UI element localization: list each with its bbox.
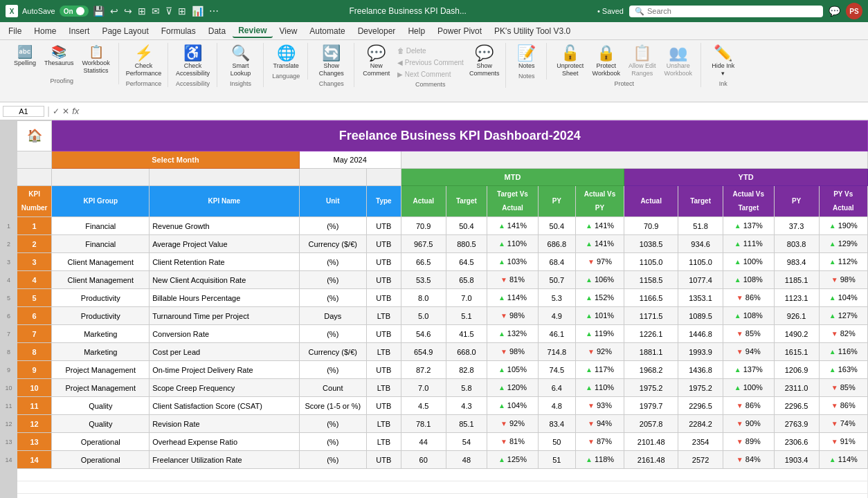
notes-button[interactable]: 📝 Notes: [513, 43, 541, 71]
col-ytd-actual: Actual: [624, 186, 678, 217]
current-month-cell[interactable]: May 2024: [299, 151, 401, 169]
chat-icon[interactable]: 💬: [829, 6, 840, 17]
mtd-py-8: 714.8: [538, 343, 575, 361]
ytd-avt-5: 86%: [723, 289, 775, 307]
spreadsheet-area: 🏠 Freelance Business KPI Dashboard-2024 …: [0, 120, 868, 498]
ytd-target-5: 1353.1: [678, 289, 723, 307]
search-box[interactable]: 🔍: [629, 6, 823, 17]
row-header-sm: [1, 151, 17, 169]
table-icon[interactable]: ⊞: [138, 6, 146, 17]
ytd-target-7: 1446.8: [678, 325, 723, 343]
menu-file[interactable]: File: [3, 25, 27, 37]
mtd-tva-7: 132%: [487, 325, 539, 343]
select-month-cell[interactable]: Select Month: [52, 151, 299, 169]
filter-icon[interactable]: ⊽: [165, 6, 172, 17]
menu-automate[interactable]: Automate: [304, 25, 350, 37]
mtd-apy-5: 152%: [575, 289, 624, 307]
ytd-pva-12: 74%: [819, 415, 867, 433]
formula-check-icon[interactable]: ✓: [53, 107, 60, 116]
menu-insert[interactable]: Insert: [63, 25, 95, 37]
protect-workbook-label: Protect Workbook: [593, 62, 620, 77]
formula-input[interactable]: [82, 107, 865, 116]
column-header-row: KPINumber KPI Group KPI Name Unit Type A…: [1, 186, 868, 217]
workbook-statistics-button[interactable]: 📋 Workbook Statistics: [80, 43, 113, 76]
empty-sm2: [401, 151, 867, 169]
unshare-workbook-button[interactable]: 👥 Unshare Workbook: [662, 43, 695, 79]
ribbon-group-notes: 📝 Notes Notes: [507, 43, 547, 80]
type-3: UTB: [366, 253, 401, 271]
smart-lookup-button[interactable]: 🔍 Smart Lookup: [224, 43, 257, 79]
mtd-tva-arrow-14: [498, 456, 505, 463]
menu-review[interactable]: Review: [233, 24, 272, 38]
hide-ink-button[interactable]: ✏️ Hide Ink ▾: [708, 43, 739, 79]
spreadsheet-scroll[interactable]: 🏠 Freelance Business KPI Dashboard-2024 …: [0, 120, 868, 498]
menu-pks-utility[interactable]: PK's Utility Tool V3.0: [489, 25, 576, 37]
thesaurus-button[interactable]: 📚 Thesaurus: [42, 43, 77, 68]
menu-formulas[interactable]: Formulas: [156, 25, 201, 37]
empty-cell-e1: [17, 469, 867, 481]
show-comments-button[interactable]: 💬 Show Comments: [469, 43, 500, 79]
unit-3: (%): [299, 253, 366, 271]
kpi-num-9: 9: [17, 361, 52, 379]
menu-help[interactable]: Help: [402, 25, 431, 37]
user-avatar[interactable]: PS: [846, 3, 862, 19]
title-bar-icons: 💾 ↩ ↪ ⊞ ✉ ⊽ ⊞ 📊 ⋯: [93, 6, 219, 17]
mtd-label: MTD: [505, 173, 521, 181]
kpi-group-7: Marketing: [52, 325, 150, 343]
formula-fx-icon[interactable]: fx: [72, 106, 79, 116]
menu-page-layout[interactable]: Page Layout: [96, 25, 154, 37]
unprotect-sheet-button[interactable]: 🔓 Unprotect Sheet: [554, 43, 587, 79]
new-comment-button[interactable]: 💬 New Comment: [361, 43, 392, 79]
redo-icon[interactable]: ↪: [124, 6, 132, 17]
mtd-apy-arrow-8: [588, 348, 595, 356]
ytd-avt-12: 90%: [723, 415, 775, 433]
ytd-avt-arrow-9: [734, 366, 741, 374]
protect-workbook-button[interactable]: 🔒 Protect Workbook: [590, 43, 623, 79]
next-comment-button[interactable]: ▶ Next Comment: [395, 69, 467, 80]
undo-icon[interactable]: ↩: [110, 6, 118, 17]
mtd-actual-10: 7.0: [401, 379, 446, 397]
autosave-label: AutoSave: [22, 7, 55, 15]
ytd-target-11: 2296.5: [678, 397, 723, 415]
mtd-apy-7: 119%: [575, 325, 624, 343]
save-icon[interactable]: 💾: [93, 6, 105, 17]
menu-view[interactable]: View: [274, 25, 303, 37]
allow-edit-ranges-button[interactable]: 📋 Allow Edit Ranges: [626, 43, 659, 79]
title-bar-right: • Saved 🔍 💬 PS: [597, 3, 862, 19]
previous-comment-button[interactable]: ◀ Previous Comment: [395, 57, 467, 68]
envelope-icon[interactable]: ✉: [152, 6, 160, 17]
translate-button[interactable]: 🌐 Translate: [271, 43, 302, 71]
formula-cancel-icon[interactable]: ✕: [62, 107, 69, 116]
translate-label: Translate: [273, 62, 299, 70]
hide-ink-icon: ✏️: [714, 46, 732, 61]
autosave-toggle[interactable]: On: [60, 6, 89, 17]
table-row: 14 14 Operational Freelancer Utilization…: [1, 451, 868, 469]
ytd-avt-arrow-13: [736, 438, 743, 445]
formula-divider: |: [47, 105, 50, 118]
row-header-11: 11: [1, 397, 17, 415]
delete-comment-button[interactable]: 🗑 Delete: [395, 46, 467, 56]
chart-icon[interactable]: 📊: [192, 6, 204, 17]
protect-workbook-icon: 🔒: [597, 46, 615, 61]
mtd-tva-1: 141%: [487, 217, 539, 235]
ytd-pva-arrow-5: [829, 294, 836, 302]
check-performance-button[interactable]: ⚡ Check Performance: [126, 43, 162, 79]
col-ytd-avt: Actual VsTarget: [723, 186, 775, 217]
menu-data[interactable]: Data: [203, 25, 231, 37]
ytd-actual-13: 2101.48: [624, 433, 678, 451]
ribbon-group-content-comments: 💬 New Comment 🗑 Delete ◀ Previous Commen…: [361, 43, 500, 80]
check-accessibility-button[interactable]: ♿ Check Accessibility: [175, 43, 211, 79]
menu-power-pivot[interactable]: Power Pivot: [432, 25, 487, 37]
menu-home[interactable]: Home: [28, 25, 62, 37]
grid-icon[interactable]: ⊞: [178, 6, 186, 17]
unit-14: (%): [299, 451, 366, 469]
show-changes-button[interactable]: 🔄 Show Changes: [315, 43, 348, 79]
menu-developer[interactable]: Developer: [352, 25, 401, 37]
table-row: 9 9 Project Management On-time Project D…: [1, 361, 868, 379]
kpi-name-11: Client Satisfaction Score (CSAT): [150, 397, 299, 415]
spelling-button[interactable]: 🔤 Spelling: [11, 43, 39, 68]
search-input[interactable]: [647, 7, 817, 15]
name-box[interactable]: [3, 106, 44, 117]
mtd-apy-arrow-9: [586, 366, 593, 374]
more-icon[interactable]: ⋯: [209, 6, 219, 17]
